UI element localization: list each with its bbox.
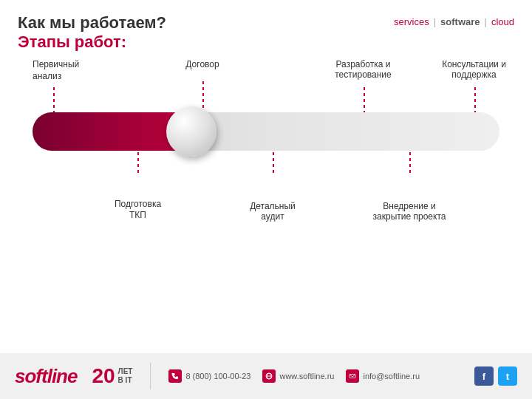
email-address: info@softline.ru (363, 372, 420, 381)
phone-icon (168, 369, 182, 383)
top-label-1: Первичныйанализ (33, 59, 88, 82)
facebook-button[interactable]: f (474, 366, 494, 386)
softline-logo-text: softline (15, 365, 77, 388)
website-url: www.softline.ru (279, 372, 334, 381)
web-contact: www.softline.ru (262, 369, 334, 383)
nav-cloud[interactable]: cloud (491, 16, 514, 27)
nav-sep2: | (485, 16, 487, 27)
bottom-label-3: Внедрение изакрытие проекта (369, 201, 450, 222)
phone-contact: 8 (800) 100-00-23 (168, 369, 250, 383)
bar-knob[interactable] (166, 106, 216, 157)
anniversary-label: ЛЕТВ IT (118, 367, 133, 385)
title-line2: Этапы работ: (18, 33, 166, 52)
bottom-label-2: Детальныйаудит (243, 201, 302, 222)
social-icons: f t (474, 366, 517, 386)
footer: softline 20 ЛЕТВ IT 8 (800) 100-00-23 ww… (0, 353, 532, 399)
anniversary-number: 20 (92, 364, 115, 388)
header: Как мы работаем? Этапы работ: services |… (0, 0, 532, 59)
phone-number: 8 (800) 100-00-23 (185, 372, 250, 381)
connector-bl2 (273, 152, 274, 176)
email-icon (346, 369, 359, 383)
title-line1: Как мы работаем? (18, 13, 166, 33)
diagram-stage: Первичныйанализ Договор Разработка итест… (33, 59, 499, 222)
bottom-label-1: ПодготовкаТКП (106, 199, 169, 222)
progress-bar-row (33, 109, 499, 154)
footer-contact: 8 (800) 100-00-23 www.softline.ru info@s… (168, 369, 460, 383)
top-label-2: Договор (177, 59, 228, 69)
connector-tl1 (53, 87, 55, 112)
connector-tl3 (364, 87, 365, 112)
footer-divider (150, 363, 151, 389)
top-label-3: Разработка итестирование (324, 59, 402, 80)
nav-sep1: | (434, 16, 436, 27)
web-icon (262, 369, 276, 383)
connector-tl2 (202, 81, 204, 112)
email-contact: info@softline.ru (346, 369, 420, 383)
connector-bl1 (137, 152, 139, 176)
connector-tl4 (474, 87, 476, 112)
connector-bl3 (409, 152, 411, 176)
twitter-button[interactable]: t (498, 366, 517, 386)
anniversary-badge: 20 ЛЕТВ IT (92, 364, 132, 388)
header-nav: services | software | cloud (394, 16, 514, 27)
main-content: Первичныйанализ Договор Разработка итест… (18, 59, 514, 222)
header-title: Как мы работаем? Этапы работ: (18, 13, 166, 52)
top-label-4: Консультации иподдержка (435, 59, 513, 80)
nav-software[interactable]: software (440, 16, 480, 27)
nav-services[interactable]: services (394, 16, 429, 27)
footer-logo: softline (15, 365, 77, 388)
